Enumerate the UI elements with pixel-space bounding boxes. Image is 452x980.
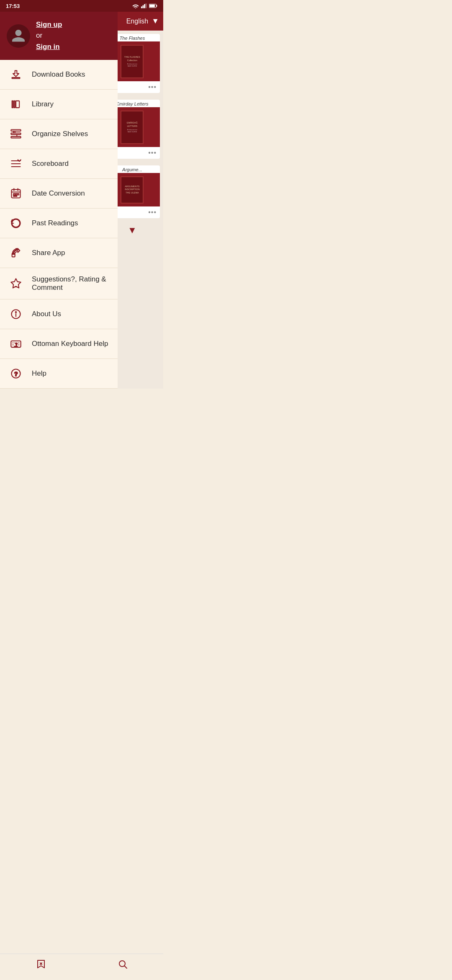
- menu-label-ottoman-keyboard: Ottoman Keyboard Help: [32, 340, 108, 348]
- drawer-menu: Download Books Library: [0, 60, 118, 389]
- menu-item-organize-shelves[interactable]: Organize Shelves: [0, 119, 118, 149]
- menu-item-ottoman-keyboard[interactable]: ? Ottoman Keyboard Help: [0, 329, 118, 359]
- menu-label-download-books: Download Books: [32, 70, 85, 79]
- chevron-down-icon: ▼: [152, 17, 159, 26]
- svg-rect-2: [143, 5, 144, 8]
- download-icon: [8, 67, 23, 82]
- svg-rect-9: [11, 133, 21, 135]
- language-label: English: [126, 18, 148, 25]
- menu-item-library[interactable]: Library: [0, 90, 118, 119]
- sign-in-prompt[interactable]: Sign up or Sign in: [36, 19, 62, 52]
- menu-label-suggestions: Suggestions?, Rating & Comment: [32, 275, 109, 292]
- svg-point-31: [15, 312, 16, 312]
- menu-item-suggestions[interactable]: Suggestions?, Rating & Comment: [0, 268, 118, 299]
- drawer-header: Sign up or Sign in: [0, 12, 118, 60]
- person-icon: [11, 28, 26, 44]
- svg-rect-22: [15, 193, 17, 195]
- svg-rect-8: [11, 130, 21, 132]
- menu-label-past-readings: Past Readings: [32, 219, 78, 227]
- share-icon: [8, 245, 23, 260]
- star-icon: [8, 276, 23, 291]
- menu-label-about-us: About Us: [32, 310, 61, 318]
- svg-marker-28: [11, 279, 21, 288]
- svg-rect-3: [144, 4, 145, 8]
- calendar-icon: [8, 186, 23, 201]
- menu-item-help[interactable]: ? Help: [0, 359, 118, 389]
- menu-label-scoreboard: Scoreboard: [32, 160, 69, 168]
- keyboard-icon: ?: [8, 336, 23, 351]
- svg-rect-1: [141, 6, 142, 8]
- svg-rect-24: [13, 196, 15, 196]
- sign-up-link[interactable]: Sign up: [36, 21, 62, 28]
- status-time: 17:53: [6, 3, 20, 9]
- status-bar: 17:53: [0, 0, 163, 12]
- menu-item-date-conversion[interactable]: Date Conversion: [0, 179, 118, 209]
- svg-rect-25: [15, 196, 17, 196]
- sign-in-link[interactable]: Sign in: [36, 43, 60, 51]
- book-menu-dots-2[interactable]: •••: [148, 149, 157, 157]
- menu-item-past-readings[interactable]: Past Readings: [0, 209, 118, 238]
- svg-point-0: [135, 8, 136, 8]
- signal-icon: [141, 3, 147, 8]
- svg-text:?: ?: [15, 343, 18, 346]
- wifi-icon: [132, 3, 139, 8]
- svg-rect-10: [11, 137, 21, 138]
- drawer: Sign up or Sign in Download Books: [0, 12, 118, 389]
- menu-label-organize-shelves: Organize Shelves: [32, 130, 88, 138]
- avatar: [7, 24, 30, 48]
- book-menu-dots-3[interactable]: •••: [148, 209, 157, 216]
- scoreboard-icon: [8, 156, 23, 171]
- menu-item-scoreboard[interactable]: Scoreboard: [0, 149, 118, 179]
- book-menu-dots-1[interactable]: •••: [148, 83, 157, 91]
- library-icon: [8, 97, 23, 112]
- menu-label-share-app: Share App: [32, 249, 65, 257]
- menu-label-library: Library: [32, 100, 54, 108]
- menu-item-share-app[interactable]: Share App: [0, 238, 118, 268]
- history-icon: [8, 216, 23, 231]
- svg-rect-4: [146, 3, 147, 8]
- svg-rect-23: [18, 193, 19, 195]
- help-icon: ?: [8, 366, 23, 381]
- shelves-icon: [8, 126, 23, 142]
- menu-item-about-us[interactable]: About Us: [0, 299, 118, 329]
- info-icon: [8, 307, 23, 322]
- menu-label-help: Help: [32, 369, 46, 378]
- svg-text:?: ?: [14, 371, 18, 377]
- status-icons: [132, 3, 157, 8]
- or-text: or: [36, 31, 42, 39]
- menu-label-date-conversion: Date Conversion: [32, 189, 85, 198]
- svg-rect-21: [13, 193, 15, 195]
- svg-rect-6: [149, 5, 155, 7]
- svg-rect-7: [156, 5, 157, 7]
- menu-item-download-books[interactable]: Download Books: [0, 60, 118, 90]
- battery-icon: [149, 3, 157, 8]
